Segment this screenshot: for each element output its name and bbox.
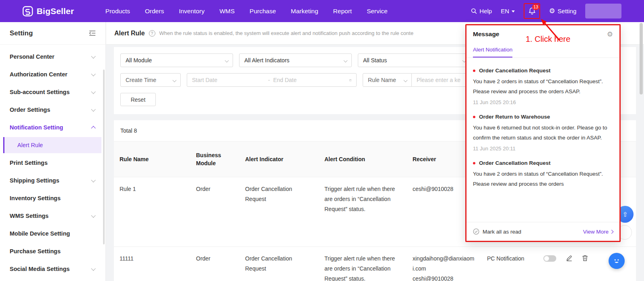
sidebar-item-order-settings[interactable]: Order Settings bbox=[0, 101, 105, 119]
language-label: EN bbox=[501, 8, 509, 14]
sidebar-header: Setting bbox=[0, 22, 105, 45]
cell-receiver: xingdaihong@dianxiaomi.com ceshi@9010028 bbox=[407, 247, 481, 281]
sidebar-item-mobile-device-setting[interactable]: Mobile Device Setting bbox=[0, 225, 105, 242]
status-select-value: All Status bbox=[363, 57, 387, 64]
nav-products[interactable]: Products bbox=[105, 8, 130, 15]
chevron-down-icon bbox=[91, 178, 95, 182]
brand-name: BigSeller bbox=[37, 6, 74, 16]
setting-label: Setting bbox=[557, 8, 576, 14]
chevron-down-icon bbox=[91, 54, 95, 58]
calendar-icon bbox=[349, 77, 351, 83]
message-settings-gear-icon[interactable]: ⚙ bbox=[607, 31, 613, 38]
help-button[interactable]: Help bbox=[471, 8, 492, 14]
date-range-picker[interactable]: - bbox=[187, 73, 357, 87]
chevron-down-icon bbox=[91, 107, 95, 111]
cell-alert-method: PC Notification bbox=[481, 247, 538, 281]
bigseller-logo[interactable]: BigSeller bbox=[23, 6, 74, 16]
end-date-input[interactable] bbox=[273, 77, 346, 83]
question-circle-icon[interactable]: ? bbox=[149, 30, 155, 37]
chevron-up-icon bbox=[91, 126, 95, 130]
sidebar-item-label: Personal Center bbox=[10, 53, 54, 60]
cell-alert-indicator: Order Cancellation Request bbox=[239, 247, 319, 281]
nav-marketing[interactable]: Marketing bbox=[291, 8, 318, 15]
receiver-email: ceshi@9010028 bbox=[413, 274, 476, 281]
tab-alert-notification[interactable]: Alert Notification bbox=[473, 47, 512, 57]
reset-button[interactable]: Reset bbox=[120, 93, 156, 106]
support-chat-button[interactable] bbox=[609, 253, 625, 269]
sidebar-scrollbar[interactable] bbox=[103, 70, 105, 244]
sidebar-item-label: Inventory Settings bbox=[10, 195, 61, 201]
sidebar-item-print-settings[interactable]: Print Settings bbox=[0, 154, 105, 172]
sidebar-item-label: Sub-account Settings bbox=[10, 89, 70, 95]
nav-service[interactable]: Service bbox=[367, 8, 388, 15]
page-description: When the rule status is enabled, the sys… bbox=[159, 30, 414, 36]
start-date-input[interactable] bbox=[192, 77, 265, 83]
notification-title: Order Return to Warehouse bbox=[479, 114, 550, 120]
sidebar-item-label: Social Media Settings bbox=[10, 266, 70, 272]
receiver-email: xingdaihong@dianxiaomi.com bbox=[413, 254, 476, 274]
chevron-down-icon bbox=[91, 266, 95, 271]
message-panel-footer: Mark all as read View More bbox=[466, 222, 619, 241]
nav-orders[interactable]: Orders bbox=[145, 8, 164, 15]
mark-all-label: Mark all as read bbox=[483, 229, 521, 235]
unread-dot-icon bbox=[473, 116, 475, 118]
list-item[interactable]: Order Return to Warehouse You have 6 ret… bbox=[473, 114, 613, 152]
gear-icon: ⚙ bbox=[549, 8, 555, 14]
sidebar-item-social-media-settings[interactable]: Social Media Settings bbox=[0, 260, 105, 278]
sidebar-item-label: Notification Setting bbox=[10, 124, 63, 131]
cell-alert-condition: Trigger alert rule when there are orders… bbox=[319, 177, 407, 246]
sidebar-item-authorization-center[interactable]: Authorization Center bbox=[0, 66, 105, 83]
bigseller-logo-icon bbox=[23, 6, 33, 16]
user-menu[interactable] bbox=[585, 4, 621, 18]
list-item[interactable]: Order Cancellation Request You have 2 or… bbox=[473, 160, 613, 189]
delete-icon[interactable] bbox=[582, 255, 588, 261]
language-selector[interactable]: EN bbox=[501, 8, 515, 14]
name-type-select[interactable]: Rule Name bbox=[363, 73, 412, 87]
nav-wms[interactable]: WMS bbox=[219, 8, 235, 15]
nav-inventory[interactable]: Inventory bbox=[179, 8, 204, 15]
notification-time: 11 Jun 2025 20:16 bbox=[473, 99, 613, 105]
time-type-select[interactable]: Create Time bbox=[120, 73, 181, 87]
nav-report[interactable]: Report bbox=[333, 8, 352, 15]
sidebar-item-alert-rule[interactable]: Alert Rule bbox=[3, 137, 101, 153]
rule-status-toggle[interactable] bbox=[543, 255, 556, 262]
module-select[interactable]: All Module bbox=[120, 53, 233, 67]
edit-icon[interactable] bbox=[566, 255, 572, 261]
list-item[interactable]: Order Cancellation Request You have 2 or… bbox=[473, 68, 613, 105]
chevron-down-icon bbox=[344, 59, 348, 63]
sidebar-item-personal-center[interactable]: Personal Center bbox=[0, 48, 105, 66]
sidebar-item-wms-settings[interactable]: WMS Settings bbox=[0, 207, 105, 225]
collapse-sidebar-icon[interactable] bbox=[89, 30, 96, 36]
chevron-down-icon bbox=[91, 89, 95, 94]
sidebar-item-sub-account-settings[interactable]: Sub-account Settings bbox=[0, 83, 105, 101]
sidebar-item-label: Order Settings bbox=[10, 107, 50, 113]
sidebar-item-inventory-settings[interactable]: Inventory Settings bbox=[0, 189, 105, 207]
cell-business-module: Order bbox=[190, 177, 239, 246]
alert-indicator-select-value: All Alert Indicators bbox=[244, 57, 289, 64]
unread-dot-icon bbox=[473, 70, 475, 72]
check-circle-icon bbox=[473, 228, 479, 235]
setting-button[interactable]: ⚙ Setting bbox=[549, 8, 576, 14]
page-scrollbar[interactable] bbox=[640, 23, 643, 94]
chevron-down-icon bbox=[173, 78, 177, 82]
sidebar-item-shipping-settings[interactable]: Shipping Settings bbox=[0, 172, 105, 189]
app-window: BigSeller Products Orders Inventory WMS … bbox=[0, 0, 644, 281]
notification-body: You have 2 orders in status of “Cancella… bbox=[473, 76, 613, 96]
nav-purchase[interactable]: Purchase bbox=[250, 8, 276, 15]
notification-time: 11 Jun 2025 20:11 bbox=[473, 146, 613, 152]
view-more-link[interactable]: View More bbox=[583, 229, 613, 235]
mark-all-as-read-button[interactable]: Mark all as read bbox=[473, 228, 521, 235]
cell-alert-condition: Trigger alert rule when there are orders… bbox=[319, 247, 407, 281]
notification-list: Order Cancellation Request You have 2 or… bbox=[466, 58, 619, 217]
sidebar-title: Setting bbox=[10, 29, 33, 37]
sidebar-item-notification-setting[interactable]: Notification Setting bbox=[0, 119, 105, 136]
alert-indicator-select[interactable]: All Alert Indicators bbox=[239, 53, 352, 67]
chevron-right-icon bbox=[610, 230, 614, 234]
smiley-icon bbox=[612, 256, 621, 266]
sidebar-menu: Personal Center Authorization Center Sub… bbox=[0, 45, 105, 278]
chevron-down-icon bbox=[225, 59, 229, 63]
status-select[interactable]: All Status bbox=[358, 53, 471, 67]
sidebar-item-purchase-settings[interactable]: Purchase Settings bbox=[0, 242, 105, 260]
help-label: Help bbox=[479, 8, 492, 14]
column-header-alert-condition: Alert Condition bbox=[319, 151, 407, 167]
